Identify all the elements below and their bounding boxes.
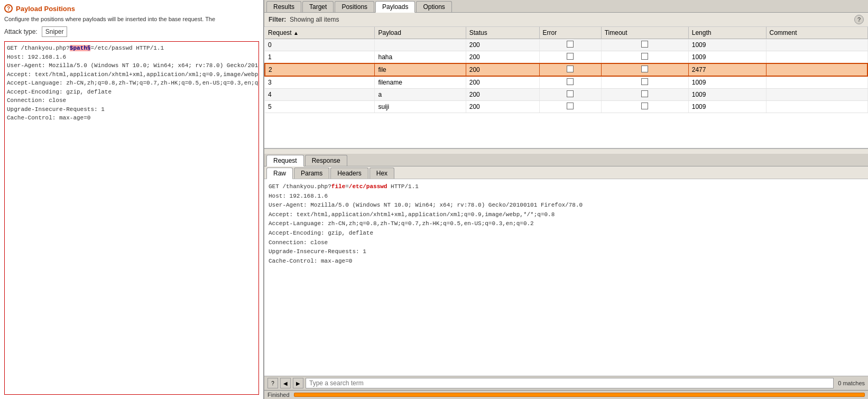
tab-request[interactable]: Request — [266, 155, 304, 166]
bottom-panel: Request Response Raw Params Headers Hex … — [264, 154, 868, 390]
request-line-9: Cache-Control: max-age=0 — [7, 114, 256, 123]
col-timeout[interactable]: Timeout — [601, 27, 688, 39]
filter-value: Showing all items — [290, 16, 339, 23]
panel-title: ? Payload Positions — [4, 4, 259, 13]
attack-type-row: Attack type: Sniper — [4, 26, 259, 37]
checkbox[interactable] — [567, 66, 574, 72]
checkbox[interactable] — [567, 90, 574, 97]
req-line-5: Accept-Language: zh-CN,zh;q=0.8,zh-TW;q=… — [269, 219, 864, 229]
col-status[interactable]: Status — [466, 27, 539, 39]
main-tabs-bar: Results Target Positions Payloads Option… — [264, 0, 868, 13]
checkbox[interactable] — [567, 103, 574, 109]
req-line-9: Cache-Control: max-age=0 — [269, 257, 864, 266]
search-bar: ? ◀ ▶ 0 matches — [264, 376, 868, 390]
col-error[interactable]: Error — [539, 27, 601, 39]
help-icon[interactable]: ? — [4, 4, 13, 13]
req-res-tabs-bar: Request Response — [264, 154, 868, 166]
table-row[interactable]: 5suiji2001009 — [265, 101, 867, 113]
filter-bar: Filter: Showing all items ? — [264, 13, 868, 27]
right-panel: Results Target Positions Payloads Option… — [264, 0, 868, 399]
search-prev-button[interactable]: ◀ — [280, 378, 291, 388]
table-row[interactable]: 4a2001009 — [265, 89, 867, 101]
status-bar: Finished — [264, 390, 868, 399]
checkbox[interactable] — [641, 53, 648, 60]
tab-results[interactable]: Results — [266, 1, 301, 12]
table-header-row: Request ▲ Payload Status Error Timeout L… — [265, 27, 867, 39]
checkbox[interactable] — [641, 90, 648, 97]
subtab-params[interactable]: Params — [294, 168, 329, 179]
checkbox[interactable] — [567, 78, 574, 85]
req-line-2: Host: 192.168.1.6 — [269, 192, 864, 201]
request-line-4: Accept: text/html,application/xhtml+xml,… — [7, 70, 256, 79]
filter-text: Filter: Showing all items — [269, 16, 339, 23]
col-payload[interactable]: Payload — [375, 27, 466, 39]
subtab-headers[interactable]: Headers — [330, 168, 368, 179]
col-comment[interactable]: Comment — [766, 27, 867, 39]
req-line-4: Accept: text/html,application/xhtml+xml,… — [269, 210, 864, 220]
tab-positions[interactable]: Positions — [335, 1, 374, 12]
tab-options[interactable]: Options — [416, 1, 451, 12]
title-text: Payload Positions — [16, 5, 75, 13]
request-line-5: Accept-Language: zh-CN,zh;q=0.8,zh-TW;q=… — [7, 79, 256, 88]
search-next-button[interactable]: ▶ — [293, 378, 303, 388]
request-editor[interactable]: GET /thankyou.php?$path§=/etc/passwd HTT… — [4, 41, 259, 395]
tab-payloads[interactable]: Payloads — [375, 1, 415, 13]
req-line-1: GET /thankyou.php?file=/etc/passwd HTTP/… — [269, 182, 864, 192]
attack-type-value[interactable]: Sniper — [42, 26, 68, 37]
subtab-raw[interactable]: Raw — [266, 168, 293, 179]
results-table: Request ▲ Payload Status Error Timeout L… — [264, 27, 868, 113]
checkbox[interactable] — [567, 53, 574, 60]
request-line-6: Accept-Encoding: gzip, deflate — [7, 88, 256, 97]
left-panel: ? Payload Positions Configure the positi… — [0, 0, 264, 399]
table-row[interactable]: 3filename2001009 — [265, 76, 867, 89]
col-request[interactable]: Request ▲ — [265, 27, 375, 39]
request-content-area: GET /thankyou.php?file=/etc/passwd HTTP/… — [264, 179, 868, 376]
req-line-3: User-Agent: Mozilla/5.0 (Windows NT 10.0… — [269, 201, 864, 210]
results-table-container: Request ▲ Payload Status Error Timeout L… — [264, 27, 868, 149]
panel-description: Configure the positions where payloads w… — [4, 16, 259, 22]
request-line-2: Host: 192.168.1.6 — [7, 53, 256, 62]
col-length[interactable]: Length — [688, 27, 766, 39]
attack-type-label: Attack type: — [4, 28, 38, 35]
checkbox[interactable] — [641, 103, 648, 109]
request-line-7: Connection: close — [7, 96, 256, 105]
table-row[interactable]: 1haha2001009 — [265, 51, 867, 64]
req-highlight-path: /etc/passwd — [349, 183, 387, 190]
horizontal-scrollbar[interactable] — [264, 149, 868, 154]
subtab-hex[interactable]: Hex — [370, 168, 394, 179]
req-line-6: Accept-Encoding: gzip, deflate — [269, 229, 864, 238]
checkbox[interactable] — [641, 78, 648, 85]
status-text: Finished — [267, 392, 290, 398]
req-line-8: Upgrade-Insecure-Requests: 1 — [269, 247, 864, 257]
tab-target[interactable]: Target — [302, 1, 334, 12]
request-line-8: Upgrade-Insecure-Requests: 1 — [7, 105, 256, 114]
checkbox[interactable] — [567, 41, 574, 48]
checkbox[interactable] — [641, 41, 648, 48]
request-line-1: GET /thankyou.php?$path§=/etc/passwd HTT… — [7, 44, 256, 53]
tab-response[interactable]: Response — [305, 155, 347, 166]
table-row[interactable]: 02001009 — [265, 39, 867, 51]
matches-count: 0 matches — [838, 380, 865, 386]
table-row[interactable]: 2file2002477 — [265, 63, 867, 76]
progress-bar — [294, 393, 865, 397]
search-help-button[interactable]: ? — [267, 378, 278, 388]
filter-help-icon[interactable]: ? — [854, 15, 864, 24]
req-line-7: Connection: close — [269, 238, 864, 248]
req-highlight-param: file — [331, 183, 345, 190]
sub-tabs-bar: Raw Params Headers Hex — [264, 166, 868, 179]
request-line-3: User-Agent: Mozilla/5.0 (Windows NT 10.0… — [7, 61, 256, 70]
param-highlight: $path§ — [70, 45, 91, 51]
checkbox[interactable] — [641, 66, 648, 72]
search-input[interactable] — [306, 378, 834, 388]
filter-label: Filter: — [269, 16, 286, 23]
